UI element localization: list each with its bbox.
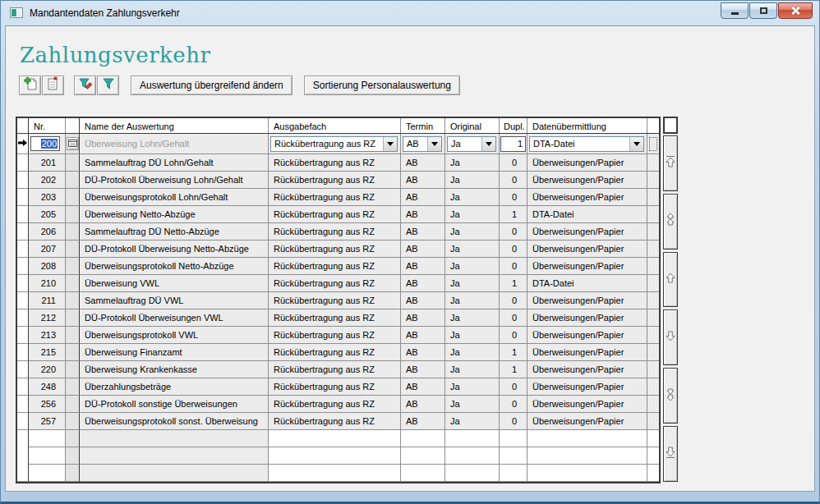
dupl-cell[interactable]: 0 (500, 309, 527, 327)
row-detail-button[interactable] (67, 137, 79, 150)
chevron-down-icon[interactable] (383, 137, 397, 151)
name-cell[interactable]: Sammelauftrag DÜ Netto-Abzüge (80, 223, 269, 241)
nr-cell[interactable]: 212 (29, 309, 66, 327)
scroll-first-button[interactable] (663, 135, 678, 191)
sortierung-personalauswertung-button[interactable]: Sortierung Personalauswertung (304, 76, 460, 95)
termin-cell[interactable]: AB (401, 275, 445, 292)
nr-cell[interactable]: 202 (29, 172, 66, 189)
dupl-cell[interactable]: 0 (500, 241, 527, 258)
termin-cell[interactable]: AB (401, 396, 445, 413)
chevron-down-icon[interactable] (629, 137, 643, 151)
termin-cell[interactable]: AB (401, 327, 445, 344)
detail-cell[interactable] (66, 189, 80, 206)
ausgabefach-cell[interactable]: Rückübertragung aus RZ (269, 172, 401, 189)
original-cell[interactable]: Ja (445, 344, 500, 361)
detail-cell[interactable] (66, 361, 80, 378)
datenuebermittlung-cell[interactable]: Überweisungen/Papier (527, 223, 647, 241)
nr-cell[interactable]: 210 (29, 275, 66, 292)
termin-cell[interactable]: AB (401, 172, 445, 189)
row-selector[interactable] (17, 309, 29, 327)
name-cell[interactable]: DÜ-Protokoll Überweisungen VWL (80, 309, 269, 327)
scroll-page-down-button[interactable] (663, 368, 678, 424)
name-cell[interactable]: Überweisung Finanzamt (80, 344, 269, 361)
nr-cell[interactable]: 206 (29, 223, 66, 241)
nr-input[interactable]: 200 (30, 136, 60, 151)
nr-cell[interactable]: 213 (29, 327, 66, 344)
name-cell[interactable]: DÜ-Protokoll sonstige Überweisungen (80, 396, 269, 413)
chevron-down-icon[interactable] (481, 137, 495, 151)
name-cell[interactable]: Überweisung Netto-Abzüge (80, 206, 269, 223)
datenuebermittlung-cell[interactable]: Überweisungen/Papier (527, 309, 647, 327)
ausgabefach-cell[interactable]: Rückübertragung aus RZ (269, 396, 401, 413)
scroll-up-button[interactable] (663, 252, 678, 308)
termin-cell[interactable]: AB (401, 189, 445, 206)
row-selector[interactable] (17, 344, 29, 361)
ausgabefach-cell[interactable]: Rückübertragung aus RZ (269, 258, 401, 275)
original-dropdown[interactable]: Ja (447, 136, 496, 152)
nr-cell[interactable]: 201 (29, 154, 66, 172)
dupl-cell[interactable]: 0 (500, 154, 527, 172)
row-selector[interactable] (17, 378, 29, 396)
original-cell[interactable]: Ja (445, 361, 500, 378)
ausgabefach-cell[interactable]: Rückübertragung aus RZ (269, 189, 401, 206)
original-cell[interactable]: Ja (445, 292, 500, 309)
detail-cell[interactable] (66, 344, 80, 361)
dupl-cell[interactable]: 1 (500, 344, 527, 361)
termin-cell[interactable]: AB (401, 206, 445, 223)
row-selector[interactable] (17, 292, 29, 309)
ausgabefach-cell[interactable]: Rückübertragung aus RZ (269, 378, 401, 396)
ausgabefach-cell[interactable]: Rückübertragung aus RZ (269, 241, 401, 258)
original-cell[interactable]: Ja (445, 223, 500, 241)
name-cell[interactable]: Überweisung Lohn/Gehalt (80, 134, 269, 154)
row-selector[interactable] (17, 447, 29, 465)
row-selector[interactable] (17, 172, 29, 189)
termin-cell[interactable]: AB (401, 361, 445, 378)
nr-cell[interactable]: 248 (29, 378, 66, 396)
ausgabefach-cell[interactable]: Rückübertragung aus RZ (269, 309, 401, 327)
scroll-down-button[interactable] (663, 309, 678, 365)
original-cell[interactable]: Ja (445, 275, 500, 292)
datenuebermittlung-cell[interactable]: DTA-Datei (527, 275, 647, 292)
row-selector[interactable] (17, 413, 29, 430)
ausgabefach-cell[interactable]: Rückübertragung aus RZ (269, 292, 401, 309)
filter-edit-button[interactable] (74, 76, 96, 95)
row-selector[interactable] (17, 396, 29, 413)
nr-cell[interactable]: 220 (29, 361, 66, 378)
dupl-cell[interactable]: 0 (500, 292, 527, 309)
termin-cell[interactable]: AB (401, 223, 445, 241)
original-cell[interactable]: Ja (445, 172, 500, 189)
detail-cell[interactable] (66, 258, 80, 275)
datenuebermittlung-cell[interactable]: DTA-Datei (527, 206, 647, 223)
original-cell[interactable]: Ja (445, 396, 500, 413)
termin-cell[interactable]: AB (401, 292, 445, 309)
name-cell[interactable]: Sammelauftrag DÜ Lohn/Gehalt (80, 154, 269, 172)
row-selector[interactable] (17, 206, 29, 223)
row-selector[interactable] (17, 241, 29, 258)
original-cell[interactable]: Ja (445, 413, 500, 430)
minimize-button[interactable] (721, 2, 749, 19)
termin-cell[interactable]: AB (401, 258, 445, 275)
original-cell[interactable]: Ja (445, 206, 500, 223)
original-cell[interactable]: Ja (445, 327, 500, 344)
name-cell[interactable]: Überweisungsprotokoll Netto-Abzüge (80, 258, 269, 275)
original-cell[interactable]: Ja (445, 154, 500, 172)
nr-cell[interactable]: 205 (29, 206, 66, 223)
detail-cell[interactable] (66, 327, 80, 344)
scroll-last-button[interactable] (663, 426, 678, 482)
detail-cell[interactable] (66, 206, 80, 223)
detail-cell[interactable] (66, 378, 80, 396)
termin-dropdown[interactable]: AB (403, 136, 442, 152)
datenuebermittlung-cell[interactable]: Überweisungen/Papier (527, 361, 647, 378)
datenuebermittlung-cell[interactable]: Überweisungen/Papier (527, 396, 647, 413)
termin-cell[interactable]: AB (401, 378, 445, 396)
scroll-page-up-button[interactable] (663, 194, 678, 250)
row-selector[interactable] (17, 327, 29, 344)
original-cell[interactable]: Ja (445, 241, 500, 258)
row-selector[interactable] (17, 275, 29, 292)
row-selector[interactable] (17, 465, 29, 482)
close-button[interactable] (778, 2, 813, 19)
row-selector[interactable] (17, 154, 29, 172)
detail-cell[interactable] (66, 292, 80, 309)
detail-cell[interactable] (66, 413, 80, 430)
datenuebermittlung-dropdown[interactable]: DTA-Datei (529, 136, 644, 152)
